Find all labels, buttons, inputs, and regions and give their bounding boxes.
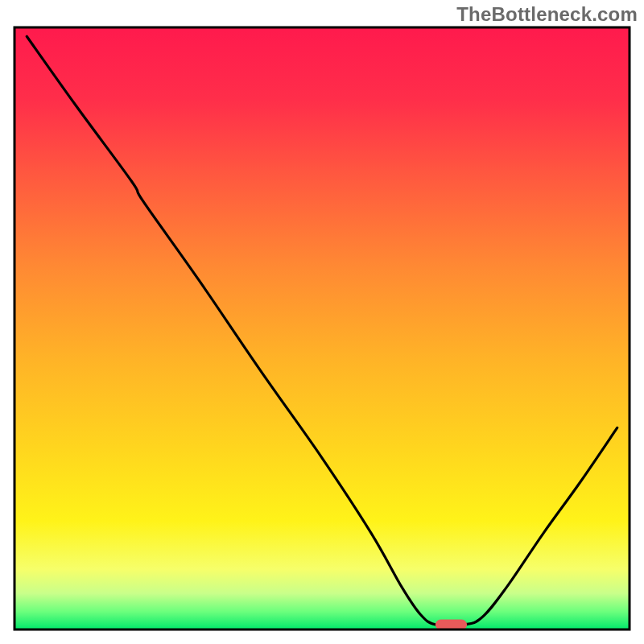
chart-container: TheBottleneck.com bbox=[0, 0, 644, 644]
watermark-label: TheBottleneck.com bbox=[456, 3, 638, 26]
optimal-marker bbox=[436, 620, 466, 630]
bottleneck-chart bbox=[0, 0, 644, 644]
gradient-background bbox=[14, 27, 630, 630]
